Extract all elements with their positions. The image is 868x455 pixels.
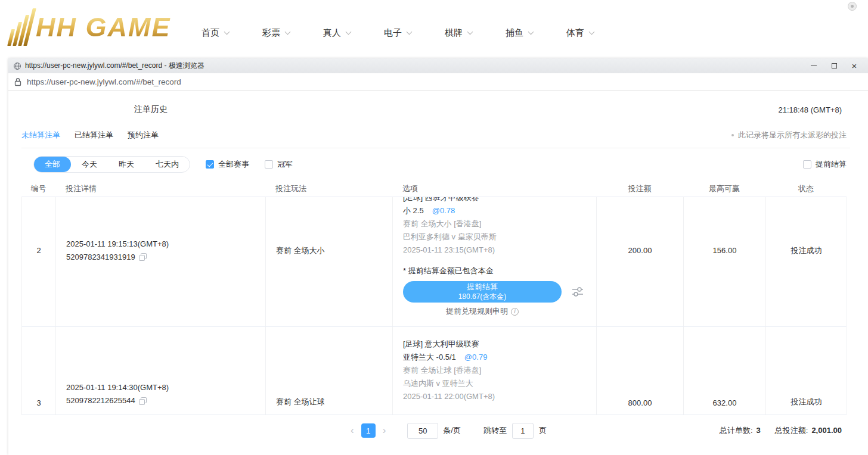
chevron-down-icon <box>467 29 473 35</box>
server-clock: 21:18:48 (GMT+8) <box>778 105 842 114</box>
nav-item-cards[interactable]: 棋牌 <box>445 27 472 39</box>
header-option: 选项 <box>392 183 596 194</box>
address-bar[interactable]: https://user-pc-new.jylywl.com/#/bet_rec… <box>8 73 868 91</box>
window-controls: × <box>804 58 864 73</box>
total-count: 总计单数:3 <box>720 425 761 436</box>
cashout-amount: 180.67(含本金) <box>458 292 507 301</box>
copy-icon[interactable] <box>139 397 147 405</box>
range-today[interactable]: 今天 <box>71 157 108 172</box>
bet-id: 5209782212625544 <box>66 394 135 407</box>
champion-checkbox[interactable]: 冠军 <box>265 159 293 170</box>
page-title: 注单历史 <box>134 104 168 115</box>
cell-detail: 2025-01-11 19:14:30(GMT+8) 5209782212625… <box>56 327 266 415</box>
tab-unsettled[interactable]: 未结算注单 <box>21 130 60 141</box>
tab-settled[interactable]: 已结算注单 <box>75 130 113 141</box>
tab-reserved[interactable]: 预约注单 <box>128 130 159 141</box>
jump-page-input[interactable] <box>512 423 534 439</box>
url-text[interactable]: https://user-pc-new.jylywl.com/#/bet_rec… <box>27 77 181 86</box>
nav-item-slots[interactable]: 电子 <box>384 27 411 39</box>
total-amount: 总投注额:2,001.00 <box>775 425 842 436</box>
option-league: [足球] 意大利甲级联赛 <box>403 338 596 351</box>
nav-item-live[interactable]: 真人 <box>323 27 351 39</box>
bet-id-row: 5209782341931919 <box>66 251 265 264</box>
cell-status: 投注成功 <box>766 197 847 326</box>
range-yesterday[interactable]: 昨天 <box>108 157 145 172</box>
cell-no: 2 <box>22 197 56 326</box>
all-events-checkbox[interactable]: 全部赛事 <box>206 159 249 170</box>
range-all[interactable]: 全部 <box>34 157 71 172</box>
date-range-group: 全部 今天 昨天 七天内 <box>33 156 190 173</box>
option-league: [足球] 西班牙甲级联赛 <box>403 197 596 204</box>
pagination: ‹ 1 › 条/页 跳转至 页 总计单数:3 总投注额:2,001.00 <box>8 421 868 440</box>
page-unit-label: 页 <box>539 425 547 436</box>
totals: 总计单数:3 总投注额:2,001.00 <box>705 421 842 440</box>
header-status: 状态 <box>765 183 847 194</box>
cell-option: [足球] 意大利甲级联赛 亚特兰大 -0.5/1@0.79 赛前 全场让球 [香… <box>393 327 597 415</box>
floating-widget-icon[interactable] <box>848 2 857 11</box>
range-seven-days[interactable]: 七天内 <box>145 157 190 172</box>
nav-item-lottery[interactable]: 彩票 <box>262 27 290 39</box>
minimize-button[interactable] <box>804 58 824 73</box>
lock-icon <box>14 77 21 86</box>
page-number-1[interactable]: 1 <box>361 423 376 438</box>
cell-status: 投注成功 <box>766 327 847 415</box>
chevron-down-icon <box>285 29 291 35</box>
maximize-button[interactable] <box>824 58 844 73</box>
logo-text: HH GAME <box>36 8 171 46</box>
chevron-down-icon <box>589 29 595 35</box>
header-detail: 投注详情 <box>55 183 265 194</box>
early-settle-checkbox[interactable]: 提前结算 <box>803 159 847 170</box>
close-button[interactable]: × <box>844 58 864 73</box>
bet-id: 5209782341931919 <box>66 251 135 264</box>
header-amount: 投注额 <box>596 183 683 194</box>
prev-page-icon[interactable]: ‹ <box>346 425 359 437</box>
bet-id-row: 5209782212625544 <box>66 394 265 407</box>
cell-amount: 200.00 <box>597 197 684 326</box>
minimize-icon <box>811 66 817 66</box>
browser-titlebar: https://user-pc-new.jylywl.com/#/bet_rec… <box>8 58 868 73</box>
dot-icon <box>731 134 734 136</box>
window-title: https://user-pc-new.jylywl.com/#/bet_rec… <box>25 61 204 71</box>
record-note: 此记录将显示所有未派彩的投注 <box>731 130 847 141</box>
cashout-button[interactable]: 提前结算 180.67(含本金) <box>403 281 562 303</box>
site-logo[interactable]: HH GAME <box>12 8 171 46</box>
checkbox-unchecked-icon <box>265 160 273 169</box>
maximize-icon <box>832 63 837 68</box>
table-header: 编号 投注详情 投注玩法 选项 投注额 最高可赢 状态 <box>21 180 847 197</box>
header-no: 编号 <box>21 183 55 194</box>
logo-bars-icon <box>7 8 36 46</box>
header-play: 投注玩法 <box>265 183 392 194</box>
chevron-down-icon <box>407 29 413 35</box>
cashout-rule-link[interactable]: 提前兑现规则申明 i <box>403 306 562 317</box>
chevron-down-icon <box>224 29 230 35</box>
site-header: HH GAME 首页 彩票 真人 电子 棋牌 捕鱼 体育 <box>0 0 868 58</box>
globe-icon <box>13 62 21 70</box>
per-page-label: 条/页 <box>443 425 461 436</box>
nav-item-fishing[interactable]: 捕鱼 <box>506 27 533 39</box>
bet-time: 2025-01-11 19:14:30(GMT+8) <box>66 381 265 394</box>
checkbox-checked-icon <box>206 160 214 169</box>
option-market: 赛前 全场让球 [香港盘] <box>403 364 596 377</box>
cashout-adjust-icon[interactable] <box>571 286 584 297</box>
copy-icon[interactable] <box>139 253 147 261</box>
cell-max-win: 156.00 <box>684 197 766 326</box>
table-row: 2 2025-01-11 19:15:13(GMT+8) 52097823419… <box>21 197 847 327</box>
next-page-icon[interactable]: › <box>378 425 391 437</box>
cell-play: 赛前 全场大小 <box>266 197 393 326</box>
option-pick: 亚特兰大 -0.5/1 <box>403 353 456 361</box>
bet-table: 编号 投注详情 投注玩法 选项 投注额 最高可赢 状态 2 2025-01-11… <box>21 180 847 415</box>
cell-max-win: 632.00 <box>684 327 766 415</box>
page-size-input[interactable] <box>407 423 438 439</box>
nav-item-home[interactable]: 首页 <box>202 27 229 39</box>
bet-time: 2025-01-11 19:15:13(GMT+8) <box>66 238 265 251</box>
jump-label: 跳转至 <box>483 425 507 436</box>
chevron-down-icon <box>528 29 534 35</box>
checkbox-unchecked-icon <box>803 160 811 169</box>
option-match: 巴利亚多利德 v 皇家贝蒂斯 <box>403 230 596 244</box>
filter-row: 全部 今天 昨天 七天内 全部赛事 冠军 提前结算 <box>21 155 850 173</box>
pager: ‹ 1 › 条/页 跳转至 页 <box>346 421 547 440</box>
nav-item-sports[interactable]: 体育 <box>566 27 594 39</box>
table-row: 3 2025-01-11 19:14:30(GMT+8) 52097822126… <box>21 327 847 415</box>
option-pick-row: 亚特兰大 -0.5/1@0.79 <box>403 351 596 364</box>
cell-play: 赛前 全场让球 <box>266 327 393 415</box>
